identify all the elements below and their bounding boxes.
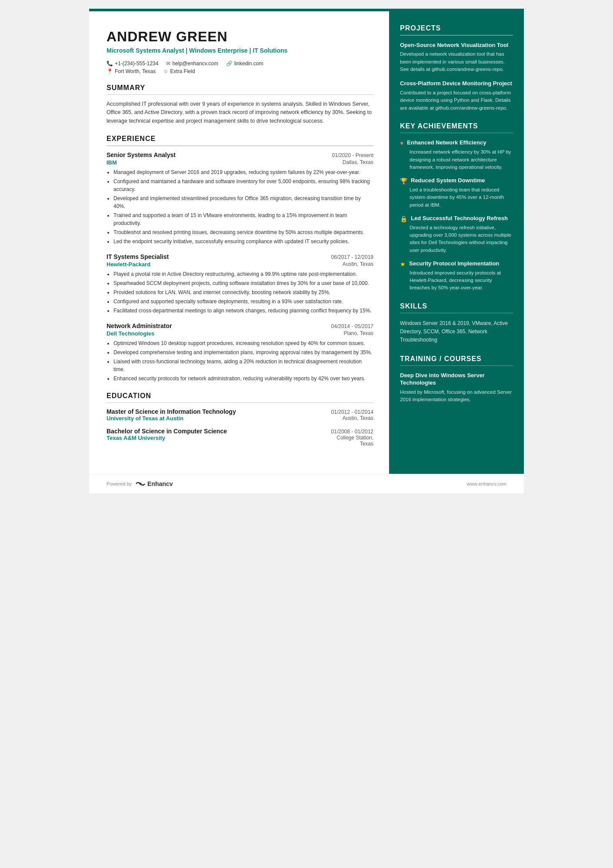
achievement-header-3: ★ Security Protocol Implementation (400, 260, 513, 268)
achievement-desc-2: Directed a technology refresh initiative… (400, 224, 513, 254)
job-location-0: Dallas, Texas (343, 159, 373, 166)
education-divider (107, 402, 373, 403)
svg-point-0 (140, 483, 142, 485)
achievement-header-0: ♥ Enhanced Network Efficiency (400, 139, 513, 147)
email-address: help@enhancv.com (172, 60, 218, 67)
achievement-block-2: 🔒 Led Successful Technology Refresh Dire… (400, 215, 513, 254)
achievements-title: KEY ACHIEVEMENTS (400, 122, 513, 130)
candidate-name: ANDREW GREEN (107, 29, 373, 45)
bullet-item: Spearheaded SCCM deployment projects, cu… (113, 279, 373, 287)
project-title-0: Open-Source Network Visualization Tool (400, 42, 513, 49)
enhancv-logo-icon (135, 480, 146, 487)
trophy-icon: 🏆 (400, 178, 407, 184)
bullet-item: Optimized Windows 10 desktop support pro… (113, 339, 373, 347)
candidate-title: Microsoft Systems Analyst | Windows Ente… (107, 47, 373, 55)
edu-dates-1: 01/2008 - 01/2012 (331, 429, 373, 435)
job-sub-0: IBM Dallas, Texas (107, 159, 373, 166)
training-block-0: Deep Dive into Windows Server Technologi… (400, 372, 513, 403)
training-title: TRAINING / COURSES (400, 355, 513, 363)
edu-header-0: Master of Science in Information Technol… (107, 408, 373, 415)
edu-school-0: University of Texas at Austin (107, 415, 183, 422)
bullet-item: Troubleshot and resolved printing issues… (113, 228, 373, 236)
edu-degree-1: Bachelor of Science in Computer Science (107, 428, 227, 435)
summary-title: SUMMARY (107, 84, 373, 92)
job-bullets-2: Optimized Windows 10 desktop support pro… (107, 339, 373, 382)
right-column: PROJECTS Open-Source Network Visualizati… (389, 11, 524, 474)
project-block-0: Open-Source Network Visualization Tool D… (400, 42, 513, 74)
achievement-block-1: 🏆 Reduced System Downtime Led a troubles… (400, 177, 513, 209)
achievement-block-3: ★ Security Protocol Implementation Intro… (400, 260, 513, 292)
achievement-title-1: Reduced System Downtime (411, 177, 485, 184)
lock-icon: 🔒 (400, 215, 407, 222)
email-item: ✉ help@enhancv.com (166, 60, 218, 67)
footer: Powered by Enhancv www.enhancv.com (89, 474, 524, 493)
project-title-1: Cross-Platform Device Monitoring Project (400, 80, 513, 87)
job-block-1: IT Systems Specialist 06/2017 - 12/2019 … (107, 253, 373, 315)
achievement-header-1: 🏆 Reduced System Downtime (400, 177, 513, 184)
linkedin-icon: 🔗 (226, 60, 233, 67)
job-bullets-1: Played a pivotal role in Active Director… (107, 270, 373, 315)
achievement-desc-3: Introduced improved security protocols a… (400, 269, 513, 292)
education-section: EDUCATION Master of Science in Informati… (107, 392, 373, 447)
skills-title: SKILLS (400, 302, 513, 310)
bullet-item: Provided solutions for LAN, WAN, and int… (113, 288, 373, 296)
phone-icon: 📞 (107, 60, 113, 67)
bullet-item: Played a pivotal role in Active Director… (113, 270, 373, 278)
bullet-item: Led the endpoint security initiative, su… (113, 238, 373, 245)
job-dates-0: 01/2020 - Present (332, 152, 373, 158)
edu-dates-0: 01/2012 - 01/2014 (331, 409, 373, 415)
job-header-2: Network Administrator 04/2014 - 05/2017 (107, 322, 373, 329)
job-title-1: IT Systems Specialist (107, 253, 169, 260)
location-row: 📍 Fort Worth, Texas ☆ Extra Field (107, 68, 373, 74)
edu-block-1: Bachelor of Science in Computer Science … (107, 428, 373, 447)
location-text: Fort Worth, Texas (115, 68, 156, 74)
achievement-desc-1: Led a troubleshooting team that reduced … (400, 186, 513, 209)
footer-website: www.enhancv.com (467, 481, 506, 486)
skills-section: SKILLS Windows Server 2016 & 2019, VMwar… (400, 302, 513, 345)
job-header-0: Senior Systems Analyst 01/2020 - Present (107, 151, 373, 158)
job-title-0: Senior Systems Analyst (107, 151, 176, 158)
extra-field-item: ☆ Extra Field (163, 68, 195, 74)
header-section: ANDREW GREEN Microsoft Systems Analyst |… (107, 29, 373, 74)
achievements-section: KEY ACHIEVEMENTS ♥ Enhanced Network Effi… (400, 122, 513, 292)
job-company-1: Hewlett-Packard (107, 261, 150, 268)
bullet-item: Configured and maintained a hardware and… (113, 178, 373, 193)
job-bullets-0: Managed deployment of Server 2016 and 20… (107, 168, 373, 245)
edu-sub-0: University of Texas at Austin Austin, Te… (107, 415, 373, 422)
heart-icon: ♥ (400, 140, 403, 147)
training-course-title-0: Deep Dive into Windows Server Technologi… (400, 372, 513, 387)
edu-location-0: Austin, Texas (343, 415, 373, 422)
bullet-item: Developed comprehensive testing and impl… (113, 349, 373, 356)
edu-school-1: Texas A&M University (107, 435, 165, 447)
bullet-item: Developed and implemented streamlined pr… (113, 194, 373, 210)
bullet-item: Liaised with cross-functional technology… (113, 358, 373, 373)
achievements-divider (400, 133, 513, 134)
achievement-title-0: Enhanced Network Efficiency (407, 139, 486, 147)
achievement-title-2: Led Successful Technology Refresh (411, 215, 508, 222)
edu-sub-1: Texas A&M University College Station,Tex… (107, 435, 373, 447)
job-company-2: Dell Technologies (107, 330, 154, 337)
job-sub-2: Dell Technologies Plano, Texas (107, 330, 373, 337)
phone-item: 📞 +1-(234)-555-1234 (107, 60, 158, 67)
achievement-desc-0: Increased network efficiency by 30% at H… (400, 148, 513, 171)
bullet-item: Managed deployment of Server 2016 and 20… (113, 168, 373, 176)
job-sub-1: Hewlett-Packard Austin, Texas (107, 261, 373, 268)
training-course-desc-0: Hosted by Microsoft, focusing on advance… (400, 389, 513, 404)
summary-section: SUMMARY Accomplished IT professional wit… (107, 84, 373, 126)
job-location-2: Plano, Texas (344, 330, 374, 337)
projects-section: PROJECTS Open-Source Network Visualizati… (400, 24, 513, 112)
training-divider (400, 365, 513, 366)
bullet-item: Facilitated cross-departmental meetings … (113, 307, 373, 315)
training-section: TRAINING / COURSES Deep Dive into Window… (400, 355, 513, 404)
footer-logo: Enhancv (135, 480, 173, 487)
edu-block-0: Master of Science in Information Technol… (107, 408, 373, 422)
skills-text: Windows Server 2016 & 2019, VMware, Acti… (400, 319, 513, 345)
extra-field-text: Extra Field (170, 68, 195, 74)
linkedin-item: 🔗 linkedin.com (226, 60, 263, 67)
experience-section: EXPERIENCE Senior Systems Analyst 01/202… (107, 135, 373, 382)
job-company-0: IBM (107, 159, 117, 166)
email-icon: ✉ (166, 60, 170, 67)
phone-number: +1-(234)-555-1234 (115, 60, 158, 67)
achievement-header-2: 🔒 Led Successful Technology Refresh (400, 215, 513, 222)
contact-row: 📞 +1-(234)-555-1234 ✉ help@enhancv.com 🔗… (107, 60, 373, 67)
